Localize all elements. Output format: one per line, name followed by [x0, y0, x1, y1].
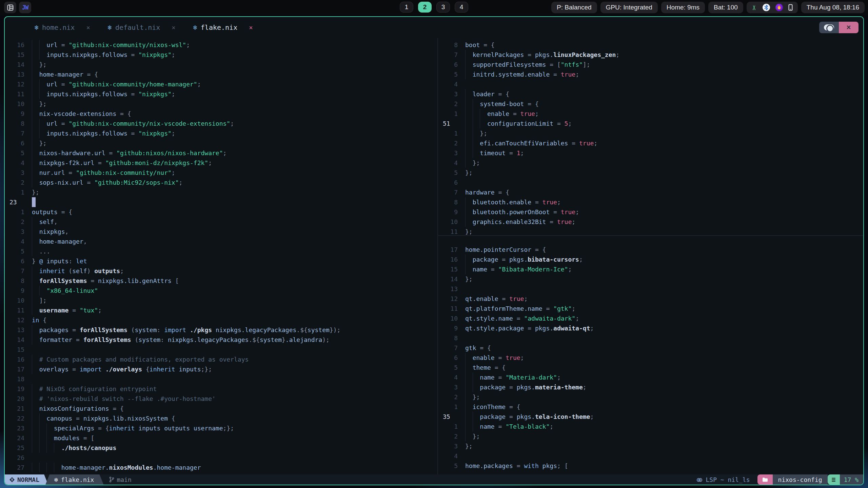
- code-token: qt.style.name: [465, 315, 513, 322]
- code-line: 10};: [5, 99, 437, 109]
- pane-boot-config[interactable]: 8boot = {7kernelPackages = pkgs.linuxPac…: [438, 38, 863, 235]
- code-token: bibata-cursors: [528, 256, 579, 263]
- code-line: 24modules = [: [5, 433, 437, 443]
- code-line: 8boot = {: [438, 40, 863, 50]
- code-token: true: [506, 354, 520, 361]
- relative-line-number: 5: [5, 148, 32, 158]
- code-line: 9nix-vscode-extensions = {: [5, 109, 437, 119]
- code-token: .alejandra: [285, 336, 322, 343]
- code-token: ;: [568, 266, 572, 273]
- relative-line-number: 7: [5, 128, 32, 138]
- power-profile-pill[interactable]: P: Balanced: [551, 2, 597, 13]
- battery-pill[interactable]: Bat: 100: [708, 2, 743, 13]
- relative-line-number: 13: [438, 284, 465, 294]
- code-token: true: [557, 218, 572, 225]
- tab-default-nix[interactable]: ❄ default.nix ×: [108, 23, 176, 32]
- bluetooth-icon[interactable]: [763, 4, 770, 11]
- relative-line-number: 19: [5, 384, 32, 394]
- workspace-4[interactable]: 4: [455, 2, 468, 13]
- code-line: 10graphics.enable32Bit = true;: [438, 217, 863, 227]
- code-line: 5};: [438, 168, 863, 178]
- code-token: url: [46, 120, 58, 127]
- code-token: = {: [491, 364, 506, 371]
- indent-guides: [465, 207, 473, 217]
- code-line: 3timeout = 1;: [438, 148, 863, 158]
- code-line: 12qt.enable = true;: [438, 294, 863, 304]
- project-name: nixos-config: [778, 476, 822, 483]
- workspace-switcher: 1 2 3 4: [400, 2, 468, 13]
- code-token: pkgs.: [517, 413, 535, 420]
- lsp-label: LSP ~ nil_ls: [706, 476, 750, 483]
- relative-line-number: 7: [5, 266, 32, 276]
- code-token: =: [524, 325, 535, 332]
- flameshot-flame-icon[interactable]: [775, 4, 783, 11]
- code-token: ;: [208, 159, 212, 166]
- gpu-pill[interactable]: GPU: Integrated: [600, 2, 658, 13]
- tab-home-nix[interactable]: ❄ home.nix ×: [35, 23, 90, 32]
- code-line: 11inputs.nixpkgs.follows = "nixpkgs";: [5, 89, 437, 99]
- workspace-1[interactable]: 1: [400, 2, 413, 13]
- pane-flake-nix[interactable]: 16url = "github:nix-community/nixos-wsl"…: [5, 38, 437, 474]
- code-token: =: [495, 423, 506, 430]
- scissors-icon[interactable]: ✂: [750, 5, 758, 10]
- vim-logo-icon: [9, 477, 15, 482]
- jw-logo-button[interactable]: JW: [19, 2, 31, 13]
- code-line: 51configurationLimit = 5;: [438, 119, 863, 128]
- relative-line-number: 4: [438, 372, 465, 382]
- relative-line-number: 14: [438, 274, 465, 284]
- indent-guides: [465, 382, 480, 392]
- workspace-2-active[interactable]: 2: [418, 2, 432, 13]
- code-token: =: [83, 179, 95, 186]
- code-token: =: [506, 149, 517, 157]
- tab-close-icon[interactable]: ×: [249, 24, 253, 31]
- tab-flake-nix-active[interactable]: ❄ flake.nix ×: [193, 23, 253, 32]
- indent-guides: [32, 335, 39, 345]
- code-token: );: [322, 336, 330, 343]
- code-token: # Custom packages and modifications, exp…: [39, 356, 249, 363]
- relative-line-number: 22: [5, 413, 32, 423]
- code-token: =: [542, 305, 554, 312]
- window-toggle-button[interactable]: [819, 22, 839, 33]
- indent-guides: [32, 305, 39, 315]
- code-token: };: [39, 61, 47, 68]
- code-token: =: [498, 256, 510, 263]
- git-branch-icon: [109, 476, 114, 483]
- code-token: };: [32, 189, 39, 196]
- indent-guides: [32, 109, 39, 119]
- tab-close-icon[interactable]: ×: [86, 24, 90, 31]
- relative-line-number: 17: [5, 364, 32, 374]
- phone-icon[interactable]: [788, 4, 793, 11]
- code-token: =: [531, 199, 542, 206]
- toggle-switch-icon: [824, 24, 834, 30]
- code-token: "Bibata-Modern-Ice": [498, 266, 568, 273]
- code-token: = [: [546, 61, 560, 68]
- relative-line-number: 16: [5, 354, 32, 364]
- relative-line-number: 9: [5, 286, 32, 296]
- code-line: 1name = "Tela-black";: [438, 422, 863, 431]
- app-launcher-button[interactable]: [4, 2, 16, 13]
- code-token: outputs: [94, 267, 120, 274]
- buffer-tab-bar: ❄ home.nix × ❄ default.nix × ❄ flake.nix…: [5, 17, 863, 38]
- code-token: system: [138, 336, 160, 343]
- relative-line-number: 16: [5, 40, 32, 50]
- home-latency-pill[interactable]: Home: 9ms: [661, 2, 705, 13]
- clock-pill[interactable]: Thu Aug 08, 18:16: [801, 2, 865, 13]
- editor-window: ❄ home.nix × ❄ default.nix × ❄ flake.nix…: [4, 16, 864, 485]
- code-line: 19# NixOS configuration entrypoint: [5, 384, 437, 394]
- code-token: boot: [465, 41, 480, 48]
- code-line: 27home-manager.nixosModules.home-manager: [5, 463, 437, 472]
- relative-line-number: 2: [438, 99, 465, 109]
- code-line: 4name = "Materia-dark";: [438, 372, 863, 382]
- code-token: ;: [120, 267, 124, 274]
- pane-home-config[interactable]: 17home.pointerCursor = {16package = pkgs…: [438, 236, 863, 474]
- tab-close-icon[interactable]: ×: [172, 24, 175, 31]
- relative-line-number: 8: [438, 333, 465, 343]
- code-token: ;: [172, 130, 175, 137]
- apps-grid-icon: [7, 4, 14, 11]
- code-token: "github:nix-community/nix-vscode-extensi…: [68, 120, 230, 127]
- nix-snowflake-icon: ❄: [35, 23, 39, 32]
- workspace-3[interactable]: 3: [436, 2, 450, 13]
- indent-guides: [465, 89, 473, 99]
- window-close-button[interactable]: ×: [839, 22, 859, 33]
- code-token: .${: [249, 336, 260, 343]
